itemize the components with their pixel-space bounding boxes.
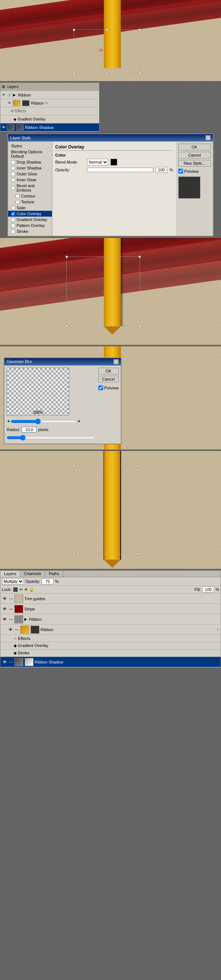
zoom-slider[interactable] [11, 418, 77, 425]
sidebar-item-blending[interactable]: Blending Options: Default [8, 149, 52, 159]
handle-tr[interactable] [138, 256, 141, 258]
layer-row-ribbon-group[interactable]: 👁 🔗 ▶ Ribbon [0, 91, 99, 99]
sidebar-label-contour: Contour [21, 194, 35, 198]
eye-ribbon-group[interactable]: 👁 [2, 617, 8, 622]
effects-label: ⚙ Effects [11, 109, 26, 113]
dialog-close-button[interactable]: x [205, 135, 211, 140]
layer-ribbon-group-bottom[interactable]: 👁 — ▶ Ribbon [0, 614, 221, 624]
tab-layers[interactable]: Layers [0, 571, 20, 577]
sub-stroke-bottom[interactable]: ◆ Stroke [0, 649, 221, 657]
preview-box [178, 177, 200, 199]
gaussian-close-button[interactable]: x [113, 359, 119, 364]
gaussian-preview-area[interactable]: 100% [6, 368, 69, 415]
lock-icon-2[interactable]: ✏ [19, 587, 23, 592]
thumb-shadow-bottom [14, 658, 23, 666]
sidebar-item-stroke[interactable]: Stroke [8, 228, 52, 234]
sidebar-item-satin[interactable]: Satin [8, 205, 52, 211]
sidebar-label-pattern-overlay: Pattern Overlay [17, 223, 45, 228]
gaussian-cancel-button[interactable]: Cancel [99, 376, 119, 382]
gaussian-preview-checkbox[interactable] [99, 385, 103, 390]
gaussian-ok-button[interactable]: OK [99, 368, 119, 374]
layer-stripe[interactable]: 👁 — Stripe [0, 604, 221, 614]
gaussian-preview-check-row: Preview [99, 385, 119, 390]
selection-handle-tr[interactable] [138, 29, 141, 31]
gaussian-title-bar[interactable]: Gaussian Blur x [5, 358, 121, 366]
f-handle-tl[interactable] [73, 465, 75, 467]
checkbox-inner-glow[interactable] [11, 178, 15, 182]
selection-handle-bl[interactable] [73, 72, 75, 75]
ok-button[interactable]: OK [178, 144, 211, 150]
radius-input[interactable] [22, 426, 37, 433]
handle-bl[interactable] [65, 325, 68, 327]
layers-panel-top: ⊞ Layers 👁 🔗 ▶ Ribbon 👁 Ribbon fx ⚙ Effe… [0, 83, 99, 132]
checkbox-contour[interactable] [16, 194, 19, 198]
layer-gradient-overlay[interactable]: ◆ Gradient Overlay [0, 115, 99, 123]
eye-ribbon-bottom[interactable]: 👁 [8, 627, 14, 632]
sidebar-item-drop-shadow[interactable]: Drop Shadow [8, 159, 52, 165]
dialog-title-bar[interactable]: Layer Style x [8, 134, 213, 142]
lock-icon-3[interactable]: ✛ [24, 587, 28, 592]
lock-icon-1[interactable]: ⬛ [13, 587, 18, 592]
eye-icon-3[interactable]: 👁 [2, 125, 6, 129]
tab-channels[interactable]: Channels [20, 571, 45, 577]
handle-tl[interactable] [65, 256, 68, 258]
blend-mode-select[interactable]: Normal [87, 159, 108, 165]
sidebar-item-bevel[interactable]: Bevel and Emboss [8, 183, 52, 193]
selection-handle-br[interactable] [138, 72, 141, 75]
blend-mode-select-bottom[interactable]: Multiply [2, 578, 24, 585]
sidebar-item-pattern-overlay[interactable]: Pattern Overlay [8, 223, 52, 228]
tab-paths[interactable]: Paths [45, 571, 64, 577]
lock-icon-4[interactable]: 🔒 [29, 587, 34, 592]
checkbox-satin[interactable] [11, 206, 15, 210]
eye-trim[interactable]: 👁 [2, 596, 8, 601]
opacity-input[interactable] [156, 167, 167, 173]
sub-gradient-overlay-bottom[interactable]: ◆ Gradient Overlay [0, 642, 221, 649]
eye-shadow-bottom[interactable]: 👁 [2, 659, 8, 665]
layer-row-ribbon[interactable]: 👁 Ribbon fx [0, 99, 99, 107]
new-style-button[interactable]: New Style... [178, 160, 211, 167]
layer-name-shadow: Ribbon Shadow [25, 125, 54, 130]
selection-handle-tl[interactable] [73, 29, 75, 31]
sidebar-item-inner-shadow[interactable]: Inner Shadow [8, 165, 52, 171]
layer-row-ribbon-shadow[interactable]: 👁 Ribbon Shadow [0, 123, 99, 132]
fill-input[interactable] [202, 587, 214, 592]
checkbox-texture[interactable] [16, 200, 19, 204]
eye-icon[interactable]: 👁 [2, 93, 6, 97]
f-handle-br[interactable] [137, 553, 139, 555]
layer-trim-guides[interactable]: 👁 — Trim guides [0, 593, 221, 604]
sidebar-item-inner-glow[interactable]: Inner Glow [8, 177, 52, 183]
sidebar-item-contour[interactable]: Contour [8, 193, 52, 199]
checkbox-color-overlay[interactable] [11, 212, 15, 216]
selection-handle-tc[interactable] [106, 29, 108, 31]
checkbox-gradient-overlay[interactable] [11, 218, 15, 222]
handle-br[interactable] [138, 325, 141, 327]
sidebar-item-outer-glow[interactable]: Outer Glow [8, 171, 52, 177]
layer-thumb-shadow-mask [16, 124, 24, 130]
preview-checkbox[interactable] [178, 169, 183, 173]
color-swatch[interactable] [110, 159, 117, 165]
sidebar-item-texture[interactable]: Texture [8, 199, 52, 205]
checkbox-outer-glow[interactable] [11, 172, 15, 176]
radius-slider[interactable] [6, 435, 95, 441]
checkbox-bevel[interactable] [11, 186, 15, 190]
opacity-slider[interactable] [87, 168, 153, 172]
f-handle-bl[interactable] [73, 553, 75, 555]
sidebar-item-styles[interactable]: Styles [8, 143, 52, 149]
checkbox-drop-shadow[interactable] [11, 160, 15, 164]
selection-handle-bc[interactable] [106, 72, 108, 75]
checkbox-stroke[interactable] [11, 229, 15, 234]
slider-right-arrow: ► [78, 419, 81, 423]
checkbox-pattern-overlay[interactable] [11, 224, 15, 228]
layer-ribbon-bottom[interactable]: 👁 — Ribbon fx [0, 624, 221, 635]
checkbox-inner-shadow[interactable] [11, 166, 15, 170]
thumb-ribbon-mask-bottom [30, 625, 40, 634]
eye-stripe[interactable]: 👁 [2, 606, 8, 612]
layer-ribbon-shadow-bottom[interactable]: 👁 — Ribbon Shadow [0, 657, 221, 667]
f-handle-tr[interactable] [137, 465, 139, 467]
eye-icon-2[interactable]: 👁 [8, 101, 11, 105]
opacity-input-bottom[interactable] [41, 578, 53, 584]
name-shadow-bottom: Ribbon Shadow [35, 660, 219, 664]
cancel-button[interactable]: Cancel [178, 152, 211, 158]
sidebar-item-color-overlay[interactable]: Color Overlay [8, 211, 52, 216]
sidebar-item-gradient-overlay[interactable]: Gradient Overlay [8, 216, 52, 223]
